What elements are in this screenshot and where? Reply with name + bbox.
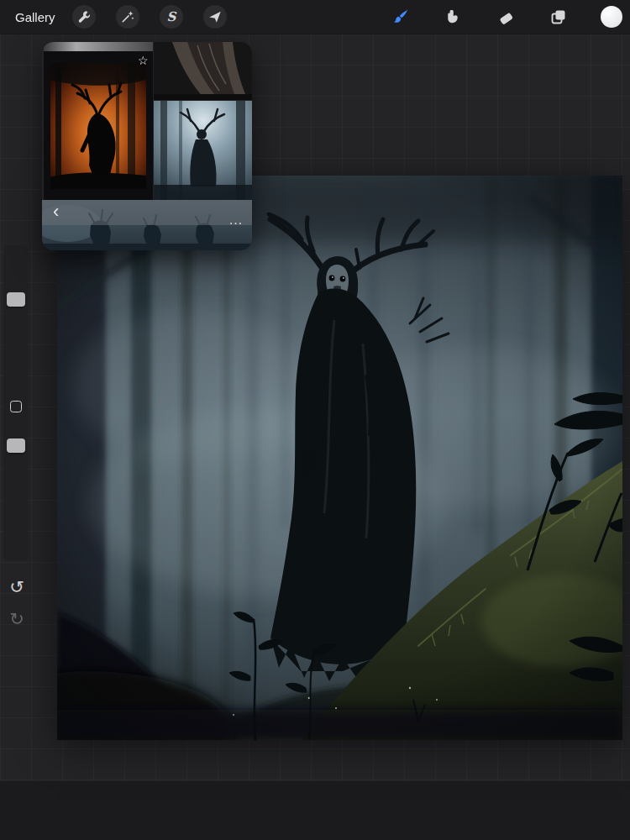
smudge-finger-icon <box>444 8 462 26</box>
more-options-icon[interactable]: … <box>228 213 244 227</box>
selection-s-icon: S <box>167 11 176 24</box>
paint-tool-button[interactable] <box>391 8 410 26</box>
redo-button[interactable]: ↻ <box>4 606 29 631</box>
brush-size-slider-handle[interactable] <box>7 292 25 307</box>
modify-button[interactable] <box>10 401 22 412</box>
transform-arrow-icon <box>207 9 223 24</box>
brush-sidebar <box>3 245 29 561</box>
color-swatch-circle[interactable] <box>601 6 622 28</box>
gallery-button[interactable]: Gallery <box>15 0 55 34</box>
actions-button[interactable] <box>72 5 96 29</box>
adjustments-button[interactable] <box>116 5 139 29</box>
back-chevron-icon[interactable]: ‹ <box>53 202 59 221</box>
layers-icon <box>549 8 568 26</box>
artwork-forest-spirit <box>57 176 622 740</box>
erase-tool-button[interactable] <box>496 8 515 26</box>
smudge-tool-button[interactable] <box>444 8 462 26</box>
painting-canvas[interactable] <box>57 176 622 740</box>
redo-icon: ↻ <box>9 610 24 627</box>
gallery-label: Gallery <box>15 10 55 24</box>
undo-icon: ↺ <box>9 578 24 596</box>
reference-thumb-fire-wendigo[interactable] <box>44 51 153 200</box>
reference-thumb-gray-sliver[interactable] <box>44 42 153 51</box>
reference-panel-toolbar: ‹ <box>42 200 252 225</box>
reference-thumb-dark-cloth[interactable] <box>154 42 252 100</box>
reference-thumb-antlered-figure[interactable] <box>154 101 252 200</box>
reference-companion-panel[interactable]: ☆ <box>42 42 252 250</box>
star-icon[interactable]: ☆ <box>138 55 149 66</box>
magic-wand-icon <box>120 9 135 24</box>
eraser-icon <box>496 8 515 26</box>
top-toolbar: Gallery S <box>0 0 630 34</box>
layers-button[interactable] <box>549 8 568 26</box>
bottom-shade <box>0 781 630 840</box>
wrench-icon <box>76 9 92 24</box>
undo-button[interactable]: ↺ <box>4 574 29 599</box>
paintbrush-icon <box>391 8 410 26</box>
brush-opacity-slider-handle[interactable] <box>7 438 25 453</box>
transform-button[interactable] <box>203 5 227 29</box>
selection-button[interactable]: S <box>160 5 183 29</box>
